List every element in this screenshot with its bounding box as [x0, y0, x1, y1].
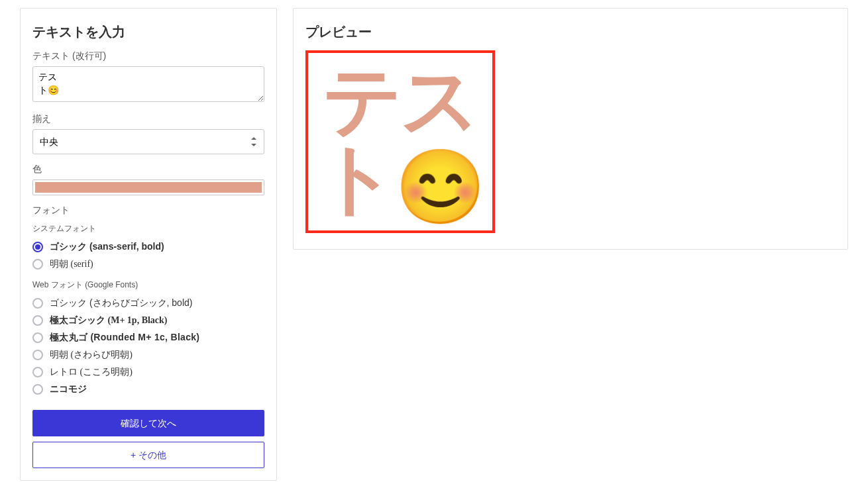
radio-icon: [32, 259, 43, 270]
text-label: テキスト (改行可): [32, 50, 264, 62]
preview-frame: テス ト😊: [305, 50, 495, 233]
font-option-sawarabi-gothic[interactable]: ゴシック (さわらびゴシック, bold): [32, 295, 264, 312]
smile-emoji-icon: 😊: [395, 146, 483, 227]
more-button[interactable]: + その他: [32, 442, 264, 468]
align-label: 揃え: [32, 113, 264, 125]
font-option-rounded-black[interactable]: 極太丸ゴ (Rounded M+ 1c, Black): [32, 329, 264, 346]
font-option-label: 明朝 (serif): [50, 258, 93, 270]
radio-icon: [32, 315, 43, 326]
preview-text: テス ト😊: [317, 61, 483, 223]
preview-line2-text: ト: [317, 134, 395, 222]
preview-title: プレビュー: [305, 23, 836, 41]
radio-icon: [32, 332, 43, 343]
font-group-web: Web フォント (Google Fonts): [32, 279, 264, 291]
font-option-label: 極太ゴシック (M+ 1p, Black): [50, 315, 168, 326]
color-picker[interactable]: [32, 179, 264, 195]
font-option-sawarabi-mincho[interactable]: 明朝 (さわらび明朝): [32, 346, 264, 364]
font-option-label: ゴシック (さわらびゴシック, bold): [50, 297, 192, 309]
font-group-system: システムフォント: [32, 223, 264, 234]
radio-icon: [32, 298, 43, 309]
font-option-label: ゴシック (sans-serif, bold): [50, 241, 164, 253]
preview-line1: テス: [323, 56, 478, 144]
confirm-button[interactable]: 確認して次へ: [32, 410, 264, 436]
align-select-wrap: 中央: [32, 129, 264, 154]
font-option-gothic-bold[interactable]: ゴシック (sans-serif, bold): [32, 238, 264, 256]
radio-icon: [32, 242, 43, 252]
panel-title: テキストを入力: [32, 23, 264, 41]
text-input[interactable]: [32, 66, 264, 102]
radio-icon: [32, 384, 43, 395]
input-panel: テキストを入力 テキスト (改行可) 揃え 中央 色 フォント システムフォント…: [20, 8, 277, 481]
radio-icon: [32, 367, 43, 377]
preview-panel: プレビュー テス ト😊: [293, 8, 848, 250]
font-option-label: レトロ (こころ明朝): [50, 366, 133, 378]
align-select[interactable]: 中央: [32, 129, 264, 154]
color-swatch: [35, 182, 262, 193]
font-option-kokoro[interactable]: レトロ (こころ明朝): [32, 364, 264, 381]
color-label: 色: [32, 164, 264, 175]
font-label: フォント: [32, 205, 264, 217]
font-option-label: 極太丸ゴ (Rounded M+ 1c, Black): [50, 332, 199, 344]
font-option-label: 明朝 (さわらび明朝): [50, 349, 133, 361]
font-option-label: ニコモジ: [50, 383, 87, 395]
font-option-serif[interactable]: 明朝 (serif): [32, 256, 264, 273]
font-option-mplus-black[interactable]: 極太ゴシック (M+ 1p, Black): [32, 312, 264, 329]
radio-icon: [32, 350, 43, 360]
font-option-nicomoji[interactable]: ニコモジ: [32, 381, 264, 398]
